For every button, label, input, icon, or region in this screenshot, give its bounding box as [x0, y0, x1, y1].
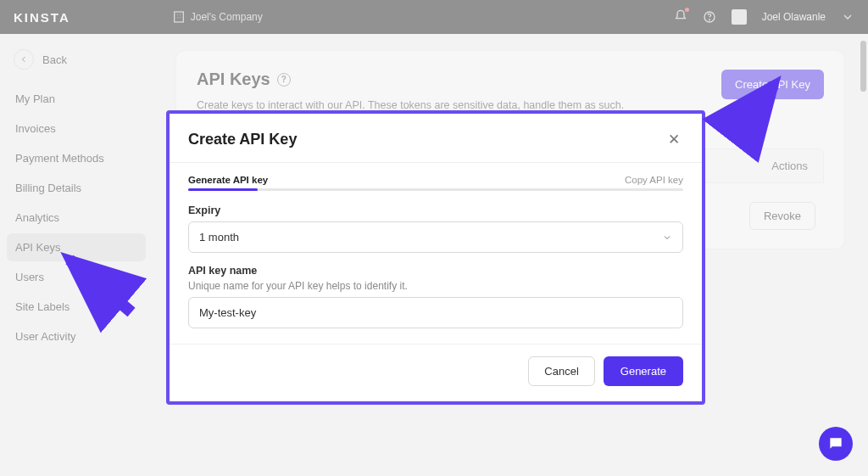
chevron-down-icon — [662, 232, 672, 243]
api-key-name-label: API key name — [188, 265, 683, 277]
step-generate: Generate API key — [188, 175, 268, 185]
step-copy: Copy API key — [625, 175, 683, 185]
expiry-value: 1 month — [199, 231, 239, 244]
create-api-key-modal: Create API Key ✕ Generate API key Copy A… — [166, 110, 705, 405]
api-key-name-input[interactable] — [188, 297, 683, 328]
chat-widget[interactable] — [819, 427, 853, 461]
chat-icon — [827, 435, 844, 452]
expiry-label: Expiry — [188, 204, 683, 216]
close-icon[interactable]: ✕ — [665, 129, 683, 150]
cancel-button[interactable]: Cancel — [528, 356, 594, 386]
scrollbar[interactable] — [860, 41, 866, 92]
generate-button[interactable]: Generate — [604, 356, 683, 386]
modal-title: Create API Key — [188, 131, 297, 148]
step-progress — [188, 188, 683, 191]
api-key-name-help: Unique name for your API key helps to id… — [188, 280, 683, 292]
expiry-select[interactable]: 1 month — [188, 221, 683, 253]
